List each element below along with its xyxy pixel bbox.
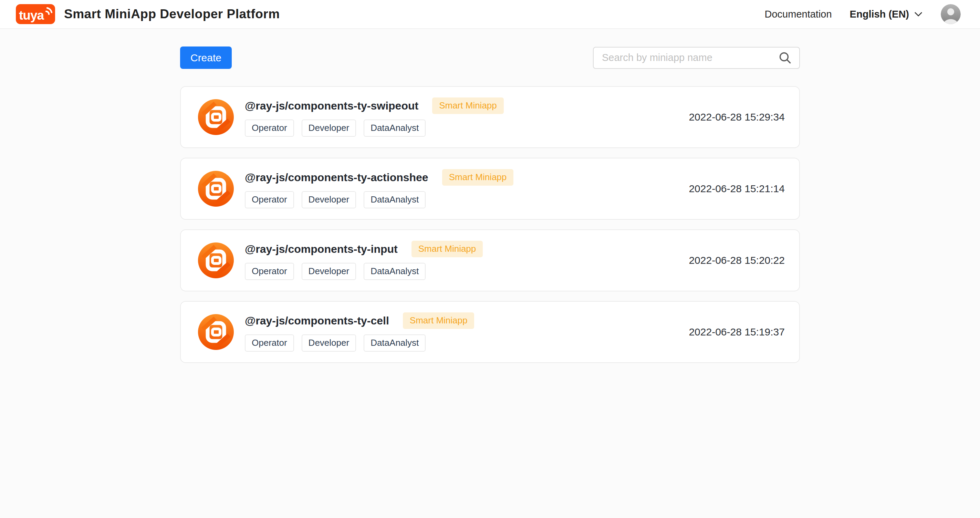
miniapp-type-badge: Smart Miniapp: [442, 169, 514, 186]
miniapp-list: @ray-js/components-ty-swipeout Smart Min…: [180, 86, 800, 363]
language-label: English (EN): [850, 9, 909, 20]
role-tags: OperatorDeveloperDataAnalyst: [245, 120, 504, 136]
role-tag: Developer: [302, 120, 356, 136]
role-tag: DataAnalyst: [364, 335, 426, 351]
updated-timestamp: 2022-06-28 15:29:34: [689, 111, 785, 123]
miniapp-logo-icon: [198, 99, 234, 135]
miniapp-name: @ray-js/components-ty-swipeout: [245, 100, 418, 112]
chevron-down-icon: [914, 11, 923, 17]
header-nav: Documentation English (EN): [765, 4, 961, 24]
role-tag: Operator: [245, 120, 294, 136]
documentation-link[interactable]: Documentation: [765, 9, 832, 20]
miniapp-card[interactable]: @ray-js/components-ty-swipeout Smart Min…: [180, 86, 800, 148]
page-title: Smart MiniApp Developer Platform: [64, 7, 280, 21]
search-box: [593, 47, 800, 69]
role-tag: Operator: [245, 263, 294, 280]
search-input[interactable]: [602, 52, 778, 64]
miniapp-type-badge: Smart Miniapp: [403, 312, 474, 329]
role-tag: DataAnalyst: [364, 263, 426, 280]
role-tag: Developer: [302, 263, 356, 280]
role-tags: OperatorDeveloperDataAnalyst: [245, 191, 514, 208]
role-tag: DataAnalyst: [364, 191, 426, 208]
miniapp-name: @ray-js/components-ty-cell: [245, 314, 389, 327]
miniapp-card[interactable]: @ray-js/components-ty-actionshee Smart M…: [180, 158, 800, 220]
role-tag: DataAnalyst: [364, 120, 426, 136]
main-content: Create: [0, 29, 980, 363]
miniapp-type-badge: Smart Miniapp: [412, 241, 483, 257]
role-tag: Developer: [302, 191, 356, 208]
role-tag: Operator: [245, 335, 294, 351]
updated-timestamp: 2022-06-28 15:19:37: [689, 326, 785, 338]
role-tags: OperatorDeveloperDataAnalyst: [245, 335, 474, 351]
miniapp-card[interactable]: @ray-js/components-ty-input Smart Miniap…: [180, 230, 800, 292]
create-button[interactable]: Create: [180, 46, 232, 69]
search-icon[interactable]: [778, 51, 792, 65]
miniapp-name: @ray-js/components-ty-actionshee: [245, 171, 428, 184]
updated-timestamp: 2022-06-28 15:21:14: [689, 183, 785, 194]
miniapp-type-badge: Smart Miniapp: [432, 97, 504, 114]
toolbar: Create: [180, 46, 800, 69]
tuya-logo-text: tuya: [19, 8, 45, 22]
role-tag: Operator: [245, 191, 294, 208]
miniapp-card[interactable]: @ray-js/components-ty-cell Smart Miniapp…: [180, 301, 800, 363]
top-header: tuya Smart MiniApp Developer Platform Do…: [0, 0, 980, 29]
tuya-logo-icon[interactable]: tuya: [16, 4, 55, 24]
role-tag: Developer: [302, 335, 356, 351]
miniapp-logo-icon: [198, 171, 234, 207]
updated-timestamp: 2022-06-28 15:20:22: [689, 255, 785, 266]
miniapp-logo-icon: [198, 314, 234, 350]
miniapp-name: @ray-js/components-ty-input: [245, 243, 398, 255]
miniapp-logo-icon: [198, 242, 234, 278]
user-avatar[interactable]: [941, 4, 961, 24]
language-selector[interactable]: English (EN): [850, 9, 923, 20]
role-tags: OperatorDeveloperDataAnalyst: [245, 263, 483, 280]
